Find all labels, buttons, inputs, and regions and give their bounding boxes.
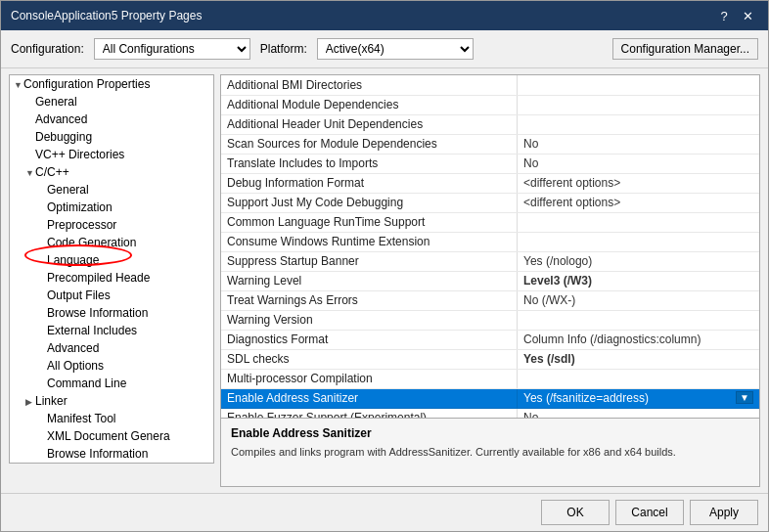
tree-item-label: Browse Information xyxy=(47,447,148,461)
table-row[interactable]: Warning LevelLevel3 (/W3) xyxy=(221,271,759,290)
table-row[interactable]: Treat Warnings As ErrorsNo (/WX-) xyxy=(221,290,759,310)
tree-item-cpp-general[interactable]: General xyxy=(10,181,213,199)
property-name: Consume Windows Runtime Extension xyxy=(221,232,518,251)
tree-item-xml-doc[interactable]: XML Document Genera xyxy=(10,427,213,445)
table-row[interactable]: Debug Information Format<different optio… xyxy=(221,173,759,193)
property-value xyxy=(518,310,760,330)
tree-caret: ▼ xyxy=(25,168,35,178)
window-title: ConsoleApplication5 Property Pages xyxy=(11,9,202,22)
tree-item-label: Browse Information xyxy=(47,306,148,320)
close-button[interactable]: ✕ xyxy=(737,6,758,25)
tree-item-label: Command Line xyxy=(47,377,126,390)
table-row[interactable]: Support Just My Code Debugging<different… xyxy=(221,193,759,212)
tree-item-cpp-opt[interactable]: Optimization xyxy=(10,199,213,216)
property-name: Additional Module Dependencies xyxy=(221,95,518,114)
description-panel: Enable Address Sanitizer Compiles and li… xyxy=(221,418,759,486)
tree-item-label: VC++ Directories xyxy=(35,148,124,161)
property-name: Additional BMI Directories xyxy=(221,75,518,95)
tree-item-cpp-pch[interactable]: Precompiled Heade xyxy=(10,269,213,287)
table-row[interactable]: Additional BMI Directories xyxy=(221,75,759,95)
tree-item-label: Language xyxy=(47,253,99,267)
tree-item-label: C/C++ xyxy=(35,165,69,179)
property-name: Enable Address Sanitizer xyxy=(221,388,518,408)
property-value: No (/WX-) xyxy=(518,290,760,310)
property-name: Warning Version xyxy=(221,310,518,330)
table-row[interactable]: Additional Module Dependencies xyxy=(221,95,759,114)
tree-item-config-props[interactable]: ▼Configuration Properties xyxy=(10,75,213,93)
tree-item-cpp-out[interactable]: Output Files xyxy=(10,287,213,304)
tree-item-cpp-code[interactable]: Code Generation xyxy=(10,234,213,251)
help-button[interactable]: ? xyxy=(713,6,735,25)
tree-item-label: Output Files xyxy=(47,288,111,302)
property-name: Scan Sources for Module Dependencies xyxy=(221,134,518,154)
tree-item-label: XML Document Genera xyxy=(47,429,170,443)
property-name: Diagnostics Format xyxy=(221,330,518,349)
property-value xyxy=(518,232,760,251)
config-manager-button[interactable]: Configuration Manager... xyxy=(612,38,758,60)
tree-item-manifest[interactable]: Manifest Tool xyxy=(10,410,213,427)
table-row[interactable]: Diagnostics FormatColumn Info (/diagnost… xyxy=(221,330,759,349)
tree-item-label: Advanced xyxy=(47,341,99,355)
tree-item-cpp-lang[interactable]: Language xyxy=(10,251,213,269)
tree-item-general[interactable]: General xyxy=(10,93,213,111)
main-content: ▼Configuration PropertiesGeneralAdvanced… xyxy=(1,68,768,493)
config-bar: Configuration: All Configurations Platfo… xyxy=(1,30,768,68)
configuration-select[interactable]: All Configurations xyxy=(94,38,250,60)
table-row[interactable]: SDL checksYes (/sdl) xyxy=(221,349,759,369)
tree-panel: ▼Configuration PropertiesGeneralAdvanced… xyxy=(9,74,214,464)
tree-item-cpp[interactable]: ▼C/C++ xyxy=(10,163,213,181)
tree-item-cpp-adv[interactable]: Advanced xyxy=(10,339,213,357)
property-pages-window: ConsoleApplication5 Property Pages ? ✕ C… xyxy=(0,0,769,532)
table-row[interactable]: Enable Fuzzer Support (Experimental)No xyxy=(221,408,759,418)
property-value: <different options> xyxy=(518,193,760,212)
tree-item-cpp-ext[interactable]: External Includes xyxy=(10,322,213,339)
property-name: Common Language RunTime Support xyxy=(221,212,518,232)
properties-grid: Additional BMI DirectoriesAdditional Mod… xyxy=(221,75,759,418)
tree-item-cpp-browse[interactable]: Browse Information xyxy=(10,304,213,322)
table-row[interactable]: Enable Address SanitizerYes (/fsanitize=… xyxy=(221,388,759,408)
description-text: Compiles and links program with AddressS… xyxy=(231,444,749,461)
property-name: Treat Warnings As Errors xyxy=(221,290,518,310)
table-row[interactable]: Consume Windows Runtime Extension xyxy=(221,232,759,251)
platform-label: Platform: xyxy=(260,42,307,56)
property-name: Additional Header Unit Dependencies xyxy=(221,114,518,134)
table-row[interactable]: Warning Version xyxy=(221,310,759,330)
property-value xyxy=(518,212,760,232)
property-value: Yes (/sdl) xyxy=(518,349,760,369)
table-row[interactable]: Translate Includes to ImportsNo xyxy=(221,154,759,173)
tree-item-vc-dirs[interactable]: VC++ Directories xyxy=(10,146,213,163)
tree-item-label: Debugging xyxy=(35,130,92,144)
property-name: Debug Information Format xyxy=(221,173,518,193)
property-dropdown-arrow[interactable]: ▼ xyxy=(736,391,753,404)
property-name: Multi-processor Compilation xyxy=(221,369,518,388)
property-value xyxy=(518,75,760,95)
description-title: Enable Address Sanitizer xyxy=(231,426,749,440)
property-value xyxy=(518,114,760,134)
platform-select[interactable]: Active(x64) xyxy=(317,38,474,60)
footer-bar: OK Cancel Apply xyxy=(1,493,768,531)
tree-item-cpp-cmd[interactable]: Command Line xyxy=(10,375,213,392)
cancel-button[interactable]: Cancel xyxy=(615,500,684,525)
ok-button[interactable]: OK xyxy=(541,500,610,525)
tree-item-browse-info[interactable]: Browse Information xyxy=(10,445,213,463)
tree-item-cpp-allopt[interactable]: All Options xyxy=(10,357,213,375)
property-name: Support Just My Code Debugging xyxy=(221,193,518,212)
apply-button[interactable]: Apply xyxy=(690,500,758,525)
property-name: Warning Level xyxy=(221,271,518,290)
tree-item-debugging[interactable]: Debugging xyxy=(10,128,213,146)
table-row[interactable]: Scan Sources for Module DependenciesNo xyxy=(221,134,759,154)
tree-item-linker[interactable]: ▶Linker xyxy=(10,392,213,410)
tree-item-advanced[interactable]: Advanced xyxy=(10,111,213,128)
tree-wrapper: ▼Configuration PropertiesGeneralAdvanced… xyxy=(9,74,214,487)
tree-item-label: Manifest Tool xyxy=(47,412,115,425)
property-value xyxy=(518,95,760,114)
table-row[interactable]: Multi-processor Compilation xyxy=(221,369,759,388)
property-value: Level3 (/W3) xyxy=(518,271,760,290)
tree-item-label: Optimization xyxy=(47,200,113,214)
tree-item-cpp-pre[interactable]: Preprocessor xyxy=(10,216,213,234)
property-value[interactable]: Yes (/fsanitize=address)▼ xyxy=(518,388,760,408)
tree-caret: ▼ xyxy=(14,80,23,90)
table-row[interactable]: Additional Header Unit Dependencies xyxy=(221,114,759,134)
table-row[interactable]: Suppress Startup BannerYes (/nologo) xyxy=(221,251,759,271)
table-row[interactable]: Common Language RunTime Support xyxy=(221,212,759,232)
